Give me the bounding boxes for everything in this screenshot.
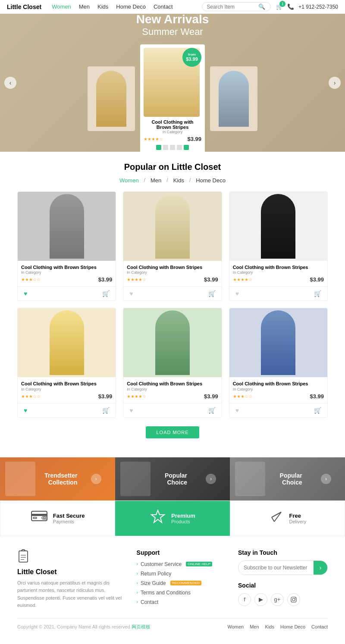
product-cat-5: In Category — [127, 387, 218, 391]
search-input[interactable] — [207, 4, 258, 10]
promo-arrow-3[interactable]: › — [321, 474, 331, 484]
footer-bottom-contact[interactable]: Contact — [311, 624, 328, 629]
promo-banner-2[interactable]: PopularChoice › — [115, 457, 230, 500]
product-image-2 — [123, 192, 221, 261]
footer-link-contact[interactable]: › Contact — [137, 599, 225, 605]
product-card: Cool Clothing with Brown Stripes In Cate… — [229, 308, 328, 417]
nav-contact[interactable]: Contact — [154, 3, 173, 10]
nav-kids[interactable]: Kids — [97, 3, 108, 10]
phone-icon: 📞 — [287, 3, 294, 10]
newsletter-input[interactable] — [238, 561, 314, 575]
svg-line-8 — [272, 517, 274, 522]
cart-btn-1[interactable]: 🛒 — [100, 289, 112, 298]
footer-support: Support › Customer Service ONLINE HELP ›… — [137, 549, 225, 610]
cart-btn-5[interactable]: 🛒 — [206, 406, 218, 415]
load-more-button[interactable]: LOAD MORE — [146, 426, 199, 438]
nav-home-deco[interactable]: Home Deco — [116, 3, 146, 10]
arrow-icon-2: › — [137, 571, 138, 576]
product-image-5 — [123, 308, 221, 377]
wishlist-btn-2[interactable]: ♥ — [127, 289, 135, 298]
wishlist-btn-6[interactable]: ♥ — [233, 406, 242, 415]
cart-btn-2[interactable]: 🛒 — [206, 289, 218, 298]
footer-bottom-women[interactable]: Women — [227, 624, 244, 629]
product-card: Cool Clothing with Brown Stripes In Cate… — [17, 191, 116, 301]
search-icon: 🔍 — [258, 3, 265, 10]
footer-brand-name: Little Closet — [17, 568, 124, 576]
footer-link-terms[interactable]: › Terms and Conditions — [137, 590, 225, 596]
product-cat-3: In Category — [233, 270, 324, 275]
premium-icon — [150, 509, 166, 528]
footer-bottom: Copyright © 2021, Company Name All right… — [17, 618, 328, 630]
product-name-2: Cool Clothing with Brown Stripes — [127, 264, 218, 270]
social-title: Social — [238, 582, 328, 589]
wishlist-btn-1[interactable]: ♥ — [21, 289, 30, 298]
product-meta-4: ★★★☆☆ $3.99 — [21, 393, 112, 400]
hero-main-card[interactable]: from $3.99 Cool Clothing with Brown Stri… — [140, 44, 205, 152]
dot-2[interactable] — [163, 145, 168, 150]
footer-bottom-home-deco[interactable]: Home Deco — [280, 624, 305, 629]
hero-subtitle: Summer Wear — [88, 26, 257, 38]
promo-arrow-1[interactable]: › — [91, 474, 101, 484]
tab-kids[interactable]: Kids — [173, 177, 184, 184]
sep-2: / — [166, 177, 168, 184]
product-name-3: Cool Clothing with Brown Stripes — [233, 264, 324, 270]
cart-btn-3[interactable]: 🛒 — [311, 289, 324, 298]
nav-men[interactable]: Men — [79, 3, 90, 10]
hero-product-category: In Category — [144, 130, 201, 134]
instagram-icon[interactable] — [287, 593, 300, 606]
footer-link-return[interactable]: › Return Policy — [137, 571, 225, 577]
hero-title: New Arrivals — [88, 14, 257, 26]
svg-marker-5 — [151, 510, 164, 522]
price-4: $3.99 — [98, 393, 113, 400]
footer-link-size[interactable]: › Size Guide RECOMMENDED — [137, 580, 225, 586]
product-actions-6: ♥ 🛒 — [229, 403, 327, 417]
cart-wrap[interactable]: 🛒 1 — [276, 3, 283, 10]
wishlist-btn-5[interactable]: ♥ — [127, 406, 135, 415]
price-badge: from $3.99 — [182, 48, 201, 67]
dot-3[interactable] — [170, 145, 175, 150]
promo-row: TrendsetterCollection › PopularChoice › … — [0, 457, 345, 500]
newsletter-submit[interactable]: › — [314, 561, 327, 575]
nav-women[interactable]: Women — [52, 3, 71, 10]
cart-btn-4[interactable]: 🛒 — [100, 406, 112, 415]
dot-1[interactable] — [156, 145, 161, 150]
product-actions-2: ♥ 🛒 — [123, 286, 221, 300]
footer-link-customer[interactable]: › Customer Service ONLINE HELP — [137, 561, 225, 567]
cart-btn-6[interactable]: 🛒 — [311, 406, 324, 415]
product-card: Cool Clothing with Brown Stripes In Cate… — [123, 308, 222, 417]
tab-men[interactable]: Men — [151, 177, 161, 184]
footer-bottom-kids[interactable]: Kids — [265, 624, 274, 629]
tab-women[interactable]: Women — [119, 177, 139, 184]
tab-home-deco[interactable]: Home Deco — [196, 177, 226, 184]
product-card: Cool Clothing with Brown Stripes In Cate… — [123, 191, 222, 301]
hero-next-button[interactable]: › — [329, 77, 341, 89]
dot-5[interactable] — [184, 145, 189, 150]
footer-bottom-nav: Women Men Kids Home Deco Contact — [227, 624, 328, 629]
footer-top: Little Closet Orci varius natoque penati… — [17, 549, 328, 610]
cart-badge: 1 — [279, 1, 285, 7]
wishlist-btn-3[interactable]: ♥ — [233, 289, 242, 298]
products-grid: Cool Clothing with Brown Stripes In Cate… — [17, 191, 328, 418]
promo-arrow-2[interactable]: › — [206, 474, 216, 484]
hero-prev-button[interactable]: ‹ — [4, 77, 16, 89]
promo-banner-1[interactable]: TrendsetterCollection › — [0, 457, 115, 500]
dot-4[interactable] — [177, 145, 182, 150]
template-link[interactable]: 网页模板 — [132, 624, 151, 629]
wishlist-btn-4[interactable]: ♥ — [21, 406, 30, 415]
product-info-6: Cool Clothing with Brown Stripes In Cate… — [229, 377, 327, 403]
youtube-icon[interactable]: ▶ — [254, 593, 267, 606]
arrow-icon-4: › — [137, 590, 138, 595]
facebook-icon[interactable]: f — [238, 593, 251, 606]
delivery-text: Free Delivery — [289, 513, 306, 524]
price-from: from — [188, 53, 196, 56]
promo-banner-3[interactable]: PopularChoice › — [230, 457, 345, 500]
footer-bottom-men[interactable]: Men — [250, 624, 259, 629]
google-plus-icon[interactable]: g+ — [271, 593, 284, 606]
feature-premium: Premium Products — [115, 501, 229, 536]
copyright: Copyright © 2021, Company Name All right… — [17, 624, 151, 630]
delivery-icon — [268, 510, 284, 526]
price-value: $3.99 — [186, 56, 198, 62]
svg-rect-1 — [31, 514, 47, 516]
footer-brand-desc: Orci varius natoque penatibus et magnis … — [17, 579, 124, 610]
product-cat-6: In Category — [233, 387, 324, 391]
